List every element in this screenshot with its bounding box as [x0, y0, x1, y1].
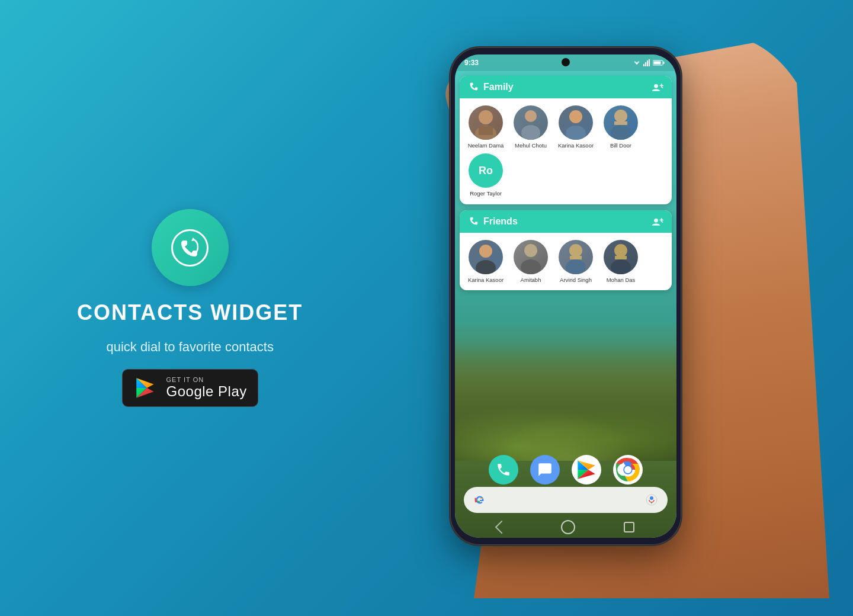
friends-widget[interactable]: Friends — [460, 210, 672, 290]
family-contacts-grid: Neelam Dama Mehul Chotu — [460, 98, 672, 204]
contact-karina-friends[interactable]: Karina Kasoor — [466, 240, 506, 283]
svg-point-35 — [624, 466, 631, 473]
dock-messages-svg — [537, 462, 553, 477]
mehul-avatar — [514, 105, 548, 140]
contact-mohan[interactable]: Mohan Das — [601, 240, 641, 283]
svg-point-16 — [566, 126, 586, 140]
mehul-name: Mehul Chotu — [515, 142, 547, 149]
amitabh-name: Amitabh — [521, 277, 541, 283]
google-g-icon — [473, 493, 486, 506]
svg-rect-8 — [654, 62, 661, 65]
phone-dock — [455, 449, 676, 490]
signal-icon — [643, 59, 650, 66]
svg-point-0 — [172, 230, 208, 265]
bill-name: Bill Door — [610, 142, 631, 149]
google-assistant-icon — [645, 493, 658, 506]
friends-widget-title: Friends — [483, 216, 518, 227]
widget-phone-icon — [468, 82, 479, 92]
svg-rect-4 — [647, 60, 648, 66]
contact-roger[interactable]: Ro Roger Taylor — [466, 153, 506, 197]
neelam-avatar — [469, 105, 503, 140]
phone-search-bar[interactable] — [464, 487, 668, 513]
svg-rect-12 — [479, 126, 493, 135]
neelam-name: Neelam Dama — [468, 142, 504, 149]
app-subtitle: quick dial to favorite contacts — [106, 339, 273, 355]
phone-container: 9:33 — [397, 30, 823, 598]
arvind-avatar — [559, 240, 593, 274]
svg-rect-5 — [649, 59, 650, 66]
arvind-name: Arvind Singh — [560, 277, 592, 283]
left-content: CONTACTS WIDGET quick dial to favorite c… — [77, 209, 303, 407]
svg-point-37 — [650, 496, 653, 500]
svg-rect-30 — [615, 256, 627, 259]
svg-point-9 — [654, 84, 658, 88]
home-button[interactable] — [561, 520, 575, 534]
svg-point-13 — [525, 110, 537, 122]
contact-bill[interactable]: Bill Door — [601, 105, 641, 149]
karina-fam-avatar — [559, 105, 593, 140]
friends-widget-header: Friends — [460, 210, 672, 233]
svg-point-21 — [479, 245, 492, 258]
svg-point-26 — [566, 259, 586, 274]
svg-point-25 — [569, 244, 582, 257]
dock-phone-icon[interactable] — [489, 455, 518, 485]
family-widget-header: Family — [460, 76, 672, 98]
karina-friends-name: Karina Kasoor — [468, 277, 504, 283]
badge-large-text: Google Play — [166, 383, 247, 400]
roger-name: Roger Taylor — [470, 190, 502, 197]
badge-text: GET IT ON Google Play — [166, 376, 247, 400]
svg-rect-27 — [570, 256, 582, 259]
svg-point-14 — [521, 125, 540, 140]
svg-point-28 — [614, 244, 627, 257]
svg-point-18 — [611, 125, 631, 140]
status-icons — [633, 59, 665, 66]
battery-icon — [653, 60, 665, 66]
contact-arvind[interactable]: Arvind Singh — [556, 240, 596, 283]
wifi-icon — [633, 60, 641, 66]
bill-avatar — [604, 105, 638, 140]
contact-mehul[interactable]: Mehul Chotu — [511, 105, 551, 149]
mohan-name: Mohan Das — [607, 277, 636, 283]
widgets-area: Family — [455, 71, 676, 295]
family-widget-title: Family — [483, 82, 514, 92]
recents-button[interactable] — [624, 522, 634, 532]
svg-point-22 — [476, 260, 496, 274]
mohan-avatar — [604, 240, 638, 274]
svg-point-20 — [654, 219, 658, 223]
play-store-icon — [133, 376, 158, 400]
svg-point-24 — [521, 259, 541, 274]
camera-notch — [562, 58, 570, 66]
dock-messages-icon[interactable] — [530, 455, 560, 485]
add-contact-icon — [652, 82, 663, 92]
contact-amitabh[interactable]: Amitabh — [511, 240, 551, 283]
dock-play-icon[interactable] — [572, 455, 601, 485]
widget-header-left: Family — [468, 82, 514, 92]
karina-fam-name: Karina Kasoor — [558, 142, 594, 149]
svg-point-23 — [524, 244, 537, 257]
svg-point-10 — [479, 110, 493, 124]
amitabh-avatar — [514, 240, 548, 274]
back-button[interactable] — [495, 521, 509, 534]
dock-phone-svg — [496, 462, 511, 477]
family-widget[interactable]: Family — [460, 76, 672, 204]
app-icon — [152, 209, 229, 286]
svg-rect-7 — [663, 62, 665, 64]
phone-nav-bar — [455, 520, 676, 534]
contact-neelam[interactable]: Neelam Dama — [466, 105, 506, 149]
phone-screen: 9:33 — [455, 54, 676, 538]
roger-avatar: Ro — [469, 153, 503, 188]
phone-frame: 9:33 — [450, 47, 681, 545]
dock-chrome-svg — [615, 457, 641, 483]
dock-chrome-icon[interactable] — [613, 455, 643, 485]
badge-small-text: GET IT ON — [166, 376, 247, 383]
svg-point-15 — [569, 110, 582, 123]
phone-icon — [171, 229, 209, 267]
karina-friends-avatar — [469, 240, 503, 274]
dock-play-svg — [574, 457, 599, 482]
google-play-badge[interactable]: GET IT ON Google Play — [122, 369, 258, 407]
add-contact-icon-2 — [652, 216, 663, 227]
friends-contacts-grid: Karina Kasoor Amitabh — [460, 233, 672, 290]
contact-karina-fam[interactable]: Karina Kasoor — [556, 105, 596, 149]
svg-marker-1 — [191, 238, 195, 241]
svg-point-29 — [611, 259, 631, 274]
